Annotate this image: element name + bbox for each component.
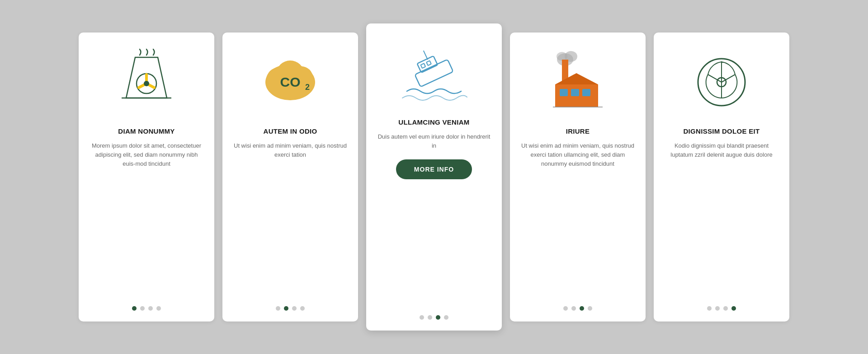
svg-text:2: 2 (305, 83, 310, 92)
dot[interactable] (428, 315, 432, 320)
card-2-title: AUTEM IN ODIO (264, 127, 317, 135)
dot[interactable] (444, 315, 448, 320)
svg-rect-11 (421, 63, 426, 68)
card-1-title: DIAM NONUMMY (118, 127, 175, 135)
svg-rect-12 (426, 61, 431, 65)
card-3-dots (420, 311, 448, 320)
card-5: DIGNISSIM DOLOE EIT Kodio dignissim qui … (654, 33, 789, 321)
svg-rect-20 (560, 89, 568, 96)
dot[interactable] (715, 306, 720, 311)
card-2-dots (276, 302, 305, 311)
dot[interactable] (731, 306, 736, 311)
svg-marker-19 (555, 73, 598, 84)
svg-rect-21 (571, 89, 579, 96)
card-5-title: DIGNISSIM DOLOE EIT (683, 127, 760, 135)
card-3-title: ULLAMCING VENIAM (398, 118, 469, 126)
card-5-dots (707, 302, 736, 311)
dot[interactable] (132, 306, 137, 311)
dot[interactable] (300, 306, 305, 311)
card-2: CO 2 AUTEM IN ODIO Ut wisi enim ad minim… (222, 33, 358, 321)
co2-cloud-icon: CO 2 (259, 46, 322, 118)
cards-container: DIAM NONUMMY Morem ipsum dolor sit amet,… (0, 5, 868, 349)
dot[interactable] (436, 315, 440, 320)
radiation-symbol-icon (690, 46, 753, 118)
card-1: DIAM NONUMMY Morem ipsum dolor sit amet,… (79, 33, 214, 321)
dot[interactable] (707, 306, 712, 311)
more-info-button[interactable]: MORE INFO (396, 159, 472, 179)
factory-icon (546, 46, 609, 118)
card-1-dots (132, 302, 161, 311)
svg-text:CO: CO (280, 75, 301, 89)
dot[interactable] (284, 306, 288, 311)
dot[interactable] (140, 306, 145, 311)
card-4-text: Ut wisi enim ad minim veniam, quis nostr… (521, 141, 635, 168)
dot[interactable] (563, 306, 568, 311)
dot[interactable] (723, 306, 728, 311)
dot[interactable] (420, 315, 424, 320)
dot[interactable] (276, 306, 280, 311)
card-4-title: IRIURE (566, 127, 590, 135)
card-5-text: Kodio dignissim qui blandit praesent lup… (665, 141, 778, 159)
card-2-text: Ut wisi enim ad minim veniam, quis nostr… (233, 141, 347, 159)
svg-rect-9 (415, 60, 453, 87)
sinking-ship-icon (402, 37, 466, 109)
svg-line-13 (424, 51, 428, 60)
svg-rect-22 (582, 89, 590, 96)
card-3: ULLAMCING VENIAM Duis autem vel eum iriu… (366, 23, 502, 331)
dot[interactable] (156, 306, 161, 311)
dot[interactable] (571, 306, 576, 311)
card-3-text: Duis autem vel eum iriure dolor in hendr… (377, 132, 491, 150)
card-4: IRIURE Ut wisi enim ad minim veniam, qui… (510, 33, 646, 321)
card-4-dots (563, 302, 592, 311)
card-1-text: Morem ipsum dolor sit amet, consectetuer… (90, 141, 203, 168)
dot[interactable] (148, 306, 153, 311)
dot[interactable] (580, 306, 584, 311)
dot[interactable] (292, 306, 297, 311)
dot[interactable] (588, 306, 592, 311)
nuclear-plant-icon (115, 46, 178, 118)
svg-point-1 (144, 81, 149, 86)
